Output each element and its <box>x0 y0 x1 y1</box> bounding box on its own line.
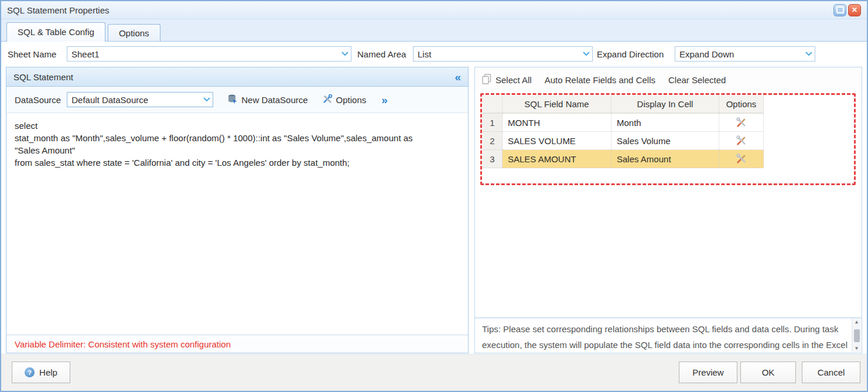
sql-panel-title: SQL Statement <box>13 72 73 82</box>
header-options: Options <box>719 96 764 113</box>
titlebar: SQL Statement Properties ✕ <box>1 1 867 19</box>
sql-field-name-cell[interactable]: MONTH <box>503 114 611 132</box>
help-button[interactable]: ? Help <box>12 362 70 383</box>
collapse-panel-icon[interactable]: « <box>454 71 461 83</box>
chevron-down-icon <box>580 52 592 56</box>
datasource-options-button[interactable]: Options <box>322 94 367 106</box>
chevron-down-icon <box>201 97 213 102</box>
tips-text: Tips: Please set corresponding relations… <box>475 318 850 353</box>
select-all-button[interactable]: Select All <box>482 74 532 86</box>
select-all-label: Select All <box>495 75 532 85</box>
sheet-name-select[interactable]: Sheet1 <box>67 46 351 62</box>
database-icon <box>227 94 238 106</box>
table-header-row: SQL Field Name Display In Cell Options <box>483 96 764 114</box>
minimize-icon[interactable] <box>833 4 846 16</box>
expand-direction-label: Expand Direction <box>597 42 664 66</box>
display-in-cell-cell[interactable]: Sales Amount <box>611 150 719 168</box>
new-datasource-label: New DataSource <box>241 95 307 105</box>
datasource-label: DataSource <box>15 95 61 105</box>
row-options-button[interactable] <box>719 150 764 168</box>
row-options-button[interactable] <box>719 132 764 150</box>
chevron-down-icon <box>803 52 815 56</box>
expand-direction-value: Expand Down <box>675 49 803 59</box>
clear-selected-button[interactable]: Clear Selected <box>668 75 726 85</box>
tab-bar: SQL & Table Config Options <box>1 19 867 42</box>
mapping-table-highlight: SQL Field Name Display In Cell Options 1… <box>480 93 856 185</box>
tab-options[interactable]: Options <box>108 24 160 41</box>
named-area-value: List <box>414 49 580 59</box>
cancel-button[interactable]: Cancel <box>802 362 860 383</box>
sql-statement-editor[interactable]: select stat_month as "Month",sales_volum… <box>6 114 468 335</box>
tab-sql-table-config[interactable]: SQL & Table Config <box>6 22 105 42</box>
mapping-table: SQL Field Name Display In Cell Options 1… <box>483 96 764 168</box>
ok-button[interactable]: OK <box>740 362 796 383</box>
row-options-button[interactable] <box>719 114 764 132</box>
chevron-down-icon <box>339 52 351 56</box>
table-row-selected[interactable]: 3 SALES AMOUNT Sales Amount <box>483 150 764 168</box>
named-area-select[interactable]: List <box>413 46 593 62</box>
sql-panel-header: SQL Statement « <box>6 67 468 87</box>
tips-box: Tips: Please set corresponding relations… <box>475 318 862 353</box>
expand-direction-select[interactable]: Expand Down <box>675 46 815 62</box>
datasource-toolbar: DataSource Default DataSource New DataSo… <box>6 87 468 113</box>
variable-delimiter-note: Variable Delimiter: Consistent with syst… <box>6 335 468 353</box>
mapping-toolbar: Select All Auto Relate Fields and Cells … <box>475 67 862 93</box>
field-mapping-panel: Select All Auto Relate Fields and Cells … <box>474 67 862 353</box>
help-icon: ? <box>25 367 35 377</box>
sql-statement-panel: SQL Statement « DataSource Default DataS… <box>6 67 469 353</box>
footer-bar: ? Help Preview OK Cancel <box>1 354 867 391</box>
sheet-name-value: Sheet1 <box>67 49 339 59</box>
help-label: Help <box>39 367 57 377</box>
new-datasource-button[interactable]: New DataSource <box>227 94 307 106</box>
sheet-name-label: Sheet Name <box>8 42 56 66</box>
preview-button[interactable]: Preview <box>679 362 737 383</box>
sql-field-name-cell[interactable]: SALES VOLUME <box>503 132 611 150</box>
config-row: Sheet Name Sheet1 Named Area List Expand… <box>1 42 867 66</box>
table-row[interactable]: 2 SALES VOLUME Sales Volume <box>483 132 764 150</box>
header-display-in-cell: Display In Cell <box>611 96 719 113</box>
datasource-value: Default DataSource <box>67 95 201 105</box>
more-tools-icon[interactable]: » <box>381 94 388 105</box>
scroll-up-icon[interactable]: ▲ <box>855 320 859 325</box>
datasource-select[interactable]: Default DataSource <box>67 92 213 107</box>
datasource-options-label: Options <box>336 95 367 105</box>
minimize-glyph <box>836 6 844 13</box>
tips-scrollbar[interactable]: ▲ ▼ <box>852 319 861 352</box>
header-sql-field-name: SQL Field Name <box>503 96 611 113</box>
row-number: 1 <box>483 114 503 132</box>
sql-field-name-cell[interactable]: SALES AMOUNT <box>503 150 611 168</box>
scrollbar-thumb[interactable] <box>854 329 860 342</box>
sql-statement-properties-dialog: SQL Statement Properties ✕ SQL & Table C… <box>0 0 868 392</box>
close-icon[interactable]: ✕ <box>848 4 861 16</box>
auto-relate-button[interactable]: Auto Relate Fields and Cells <box>545 75 655 85</box>
row-number: 2 <box>483 132 503 150</box>
dialog-title: SQL Statement Properties <box>7 5 110 15</box>
named-area-label: Named Area <box>357 42 406 66</box>
display-in-cell-cell[interactable]: Month <box>611 114 719 132</box>
table-row[interactable]: 1 MONTH Month <box>483 114 764 132</box>
window-controls: ✕ <box>833 4 861 16</box>
scroll-down-icon[interactable]: ▼ <box>855 346 859 351</box>
row-number: 3 <box>483 150 503 168</box>
tools-icon <box>322 94 333 106</box>
header-row-number <box>483 96 503 113</box>
display-in-cell-cell[interactable]: Sales Volume <box>611 132 719 150</box>
copy-pages-icon <box>482 74 491 86</box>
